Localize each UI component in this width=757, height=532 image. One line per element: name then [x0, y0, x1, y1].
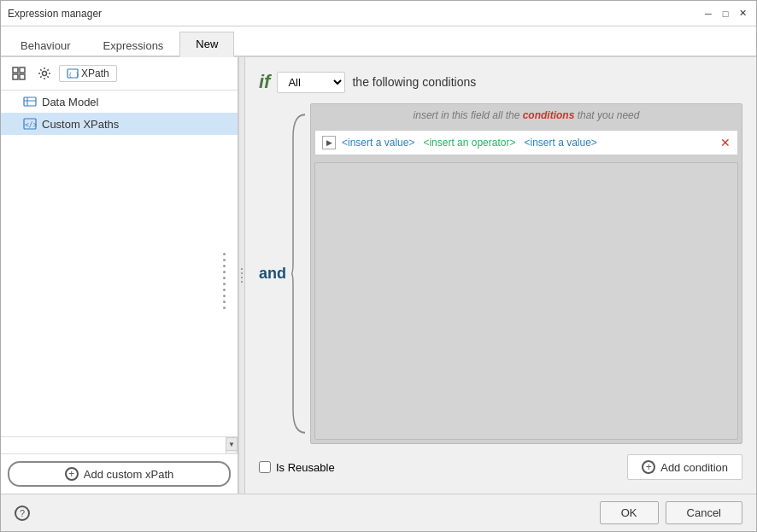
datamodel-icon: [23, 95, 37, 108]
condition-area: and insert in this field all the conditi…: [259, 103, 742, 444]
svg-rect-1: [20, 67, 25, 73]
condition-select[interactable]: All Any None: [277, 72, 345, 93]
svg-text:</>: </>: [25, 121, 37, 129]
svg-point-4: [43, 72, 47, 76]
help-button[interactable]: ?: [15, 506, 30, 521]
footer-left: ?: [15, 506, 30, 521]
left-panel-footer-area: ▼ + Add custom xPath: [1, 436, 238, 494]
tab-behaviour[interactable]: Behaviour: [4, 33, 87, 57]
insert-operator[interactable]: <insert an operator>: [420, 136, 518, 149]
brace-and-area: and: [259, 103, 307, 444]
conditions-box: insert in this field all the conditions …: [310, 103, 742, 444]
condition-row: ▶ <insert a value> <insert an operator> …: [314, 130, 738, 155]
condition-header: if All Any None the following conditions: [259, 71, 742, 93]
svg-text:{ }: { }: [68, 72, 79, 79]
tree-area: Data Model </> Custom XPaths: [1, 91, 238, 436]
scrollbar-down[interactable]: ▼: [226, 437, 238, 451]
window-footer: ? OK Cancel: [1, 494, 756, 531]
split-handle[interactable]: [238, 57, 245, 494]
title-bar: Expression manager ─ □ ✕: [1, 1, 756, 26]
if-label: if: [259, 71, 270, 93]
scrollbar-area: ▼: [1, 436, 238, 453]
svg-rect-7: [24, 97, 36, 106]
is-reusable-checkbox[interactable]: [259, 461, 271, 473]
window-title: Expression manager: [8, 8, 102, 20]
main-content: { } XPath Data Model: [1, 57, 756, 494]
window-controls: ─ □ ✕: [701, 7, 749, 20]
footer-buttons: OK Cancel: [600, 501, 742, 524]
add-condition-button[interactable]: + Add condition: [627, 454, 742, 480]
minimize-button[interactable]: ─: [701, 7, 715, 20]
xpath-button[interactable]: { } XPath: [59, 65, 117, 82]
svg-rect-0: [13, 67, 18, 73]
is-reusable-label: Is Reusable: [276, 461, 335, 474]
cancel-button[interactable]: Cancel: [666, 501, 742, 524]
scroll-indicator: [223, 125, 226, 436]
tree-item-custom-xpaths[interactable]: </> Custom XPaths: [1, 113, 238, 135]
insert-value-2[interactable]: <insert a value>: [521, 136, 599, 149]
plus-circle-icon: +: [65, 467, 79, 481]
tree-item-data-model[interactable]: Data Model: [1, 91, 238, 113]
ok-button[interactable]: OK: [600, 501, 659, 524]
close-button[interactable]: ✕: [736, 7, 749, 20]
bottom-bar: Is Reusable + Add condition: [259, 454, 742, 480]
grid-icon[interactable]: [8, 62, 30, 85]
left-toolbar: { } XPath: [1, 57, 238, 91]
tab-new[interactable]: New: [179, 32, 234, 57]
svg-rect-3: [20, 74, 25, 79]
delete-condition-button[interactable]: ✕: [720, 136, 731, 149]
left-footer: + Add custom xPath: [1, 453, 238, 494]
left-panel: { } XPath Data Model: [1, 57, 238, 494]
xpath-icon: </>: [23, 117, 37, 131]
add-xpath-button[interactable]: + Add custom xPath: [8, 461, 231, 487]
condition-hint: insert in this field all the conditions …: [311, 104, 742, 126]
svg-rect-2: [13, 74, 18, 79]
right-panel: if All Any None the following conditions…: [245, 57, 756, 494]
gear-icon[interactable]: [33, 62, 56, 85]
conditions-word: conditions: [523, 109, 575, 121]
tabs-bar: Behaviour Expressions New: [1, 26, 756, 57]
vertical-scrollbar[interactable]: ▼: [226, 437, 238, 454]
insert-value-1[interactable]: <insert a value>: [339, 136, 417, 149]
following-conditions-text: the following conditions: [352, 75, 476, 89]
add-condition-plus-icon: +: [642, 460, 655, 474]
row-expand-button[interactable]: ▶: [322, 136, 336, 149]
and-label: and: [259, 265, 290, 283]
expression-manager-window: Expression manager ─ □ ✕ Behaviour Expre…: [0, 0, 757, 532]
conditions-gray-area: [314, 162, 738, 440]
maximize-button[interactable]: □: [719, 7, 732, 20]
reusable-area: Is Reusable: [259, 461, 335, 474]
brace-icon: [290, 103, 307, 444]
tab-expressions[interactable]: Expressions: [87, 33, 180, 57]
